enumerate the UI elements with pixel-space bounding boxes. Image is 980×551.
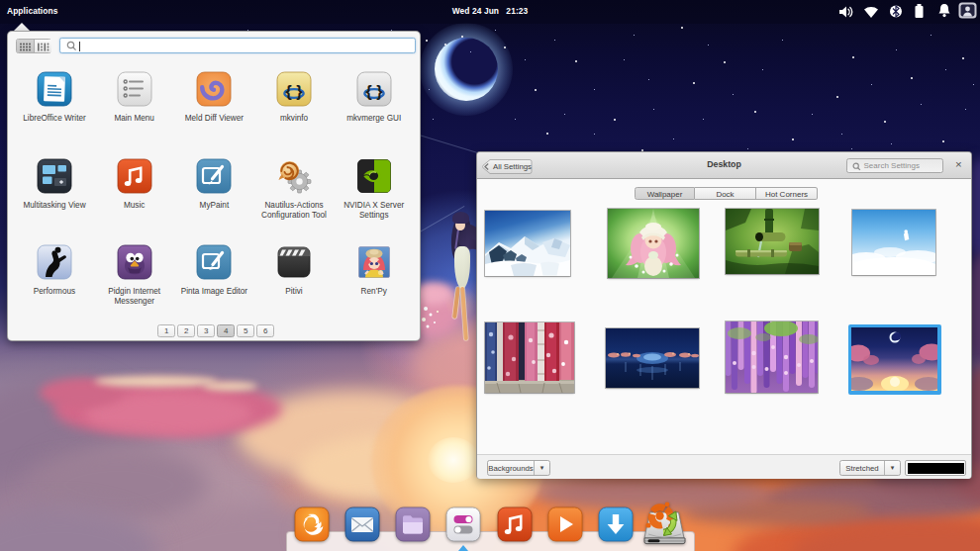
- svg-text:{: {: [365, 83, 371, 100]
- svg-text:}: }: [296, 83, 302, 100]
- svg-text:}: }: [376, 83, 382, 100]
- svg-text:{: {: [285, 83, 291, 100]
